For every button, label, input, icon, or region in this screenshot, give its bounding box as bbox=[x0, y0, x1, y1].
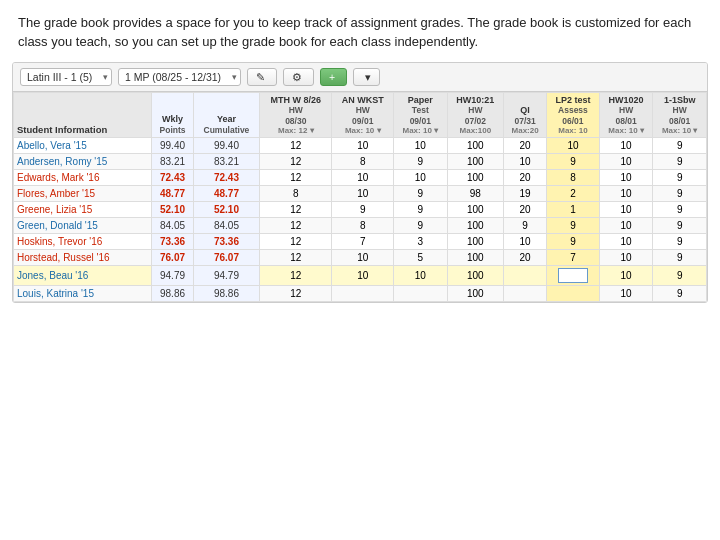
student-name-link[interactable]: Greene, Lizia '15 bbox=[17, 204, 92, 215]
table-row: Hoskins, Trevor '1673.3673.3612731001091… bbox=[14, 234, 707, 250]
cell-s1sbw: 9 bbox=[653, 202, 707, 218]
cell-anwkst: 10 bbox=[332, 170, 394, 186]
student-name-cell: Hoskins, Trevor '16 bbox=[14, 234, 152, 250]
description-text: The grade book provides a space for you … bbox=[0, 0, 720, 62]
cell-hw1020: 10 bbox=[599, 234, 653, 250]
weekly-grade: 98.86 bbox=[152, 286, 193, 302]
class-select[interactable]: Latin III - 1 (5) bbox=[20, 68, 112, 86]
cell-paper: 9 bbox=[394, 202, 448, 218]
student-name-cell: Edwards, Mark '16 bbox=[14, 170, 152, 186]
student-name-link[interactable]: Flores, Amber '15 bbox=[17, 188, 95, 199]
cell-mthw826: 8 bbox=[260, 186, 332, 202]
cell-qi: 10 bbox=[504, 154, 547, 170]
cell-qi: 20 bbox=[504, 250, 547, 266]
cell-qi bbox=[504, 286, 547, 302]
student-name-link[interactable]: Hoskins, Trevor '16 bbox=[17, 236, 102, 247]
cell-anwkst: 10 bbox=[332, 186, 394, 202]
cell-hw1020: 10 bbox=[599, 202, 653, 218]
table-row: Edwards, Mark '1672.4372.431210101002081… bbox=[14, 170, 707, 186]
student-name-link[interactable]: Andersen, Romy '15 bbox=[17, 156, 107, 167]
cell-mthw826: 12 bbox=[260, 286, 332, 302]
student-name-cell: Horstead, Russel '16 bbox=[14, 250, 152, 266]
cumulative-grade: 48.77 bbox=[193, 186, 259, 202]
gear-icon: ⚙ bbox=[292, 71, 302, 83]
cell-lp2test: 9 bbox=[547, 154, 600, 170]
table-row: Louis, Katrina '1598.8698.8612100109 bbox=[14, 286, 707, 302]
student-name-link[interactable]: Jones, Beau '16 bbox=[17, 270, 88, 281]
cell-hw1021: 100 bbox=[447, 154, 504, 170]
cell-anwkst: 10 bbox=[332, 266, 394, 286]
cell-s1sbw: 9 bbox=[653, 266, 707, 286]
cell-lp2test: 2 bbox=[547, 186, 600, 202]
mp-select[interactable]: 1 MP (08/25 - 12/31) bbox=[118, 68, 241, 86]
cell-s1sbw: 9 bbox=[653, 218, 707, 234]
table-row: Greene, Lizia '1552.1052.101299100201109 bbox=[14, 202, 707, 218]
lp2test-input[interactable] bbox=[558, 268, 588, 283]
student-name-cell: Jones, Beau '16 bbox=[14, 266, 152, 286]
student-name-link[interactable]: Edwards, Mark '16 bbox=[17, 172, 100, 183]
col-anwkst: AN WKST HW 09/01 Max: 10 ▾ bbox=[332, 92, 394, 138]
cell-qi: 9 bbox=[504, 218, 547, 234]
cell-paper: 10 bbox=[394, 170, 448, 186]
cell-lp2test: 9 bbox=[547, 218, 600, 234]
cell-hw1020: 10 bbox=[599, 186, 653, 202]
col-weekly: Wkly Points bbox=[152, 92, 193, 138]
cell-hw1021: 100 bbox=[447, 202, 504, 218]
cell-paper: 9 bbox=[394, 218, 448, 234]
mp-select-wrapper: 1 MP (08/25 - 12/31) bbox=[118, 68, 241, 86]
cumulative-grade: 98.86 bbox=[193, 286, 259, 302]
cell-hw1020: 10 bbox=[599, 286, 653, 302]
cell-lp2test: 1 bbox=[547, 202, 600, 218]
add-assignment-button[interactable]: + bbox=[320, 68, 347, 86]
student-name-link[interactable]: Horstead, Russel '16 bbox=[17, 252, 110, 263]
weekly-grade: 73.36 bbox=[152, 234, 193, 250]
reports-button[interactable]: ▾ bbox=[353, 68, 380, 86]
cell-hw1021: 100 bbox=[447, 286, 504, 302]
col-student-info: Student Information bbox=[14, 92, 152, 138]
cumulative-grade: 94.79 bbox=[193, 266, 259, 286]
gradebook-table: Student Information Wkly Points Year Cum… bbox=[13, 92, 707, 303]
col-qi: QI 07/31 Max:20 bbox=[504, 92, 547, 138]
weekly-grade: 52.10 bbox=[152, 202, 193, 218]
col-s1sbw: 1-1Sbw HW 08/01 Max: 10 ▾ bbox=[653, 92, 707, 138]
cumulative-grade: 73.36 bbox=[193, 234, 259, 250]
student-name-link[interactable]: Green, Donald '15 bbox=[17, 220, 98, 231]
student-name-link[interactable]: Louis, Katrina '15 bbox=[17, 288, 94, 299]
cell-mthw826: 12 bbox=[260, 202, 332, 218]
cell-s1sbw: 9 bbox=[653, 186, 707, 202]
cumulative-grade: 52.10 bbox=[193, 202, 259, 218]
cell-mthw826: 12 bbox=[260, 234, 332, 250]
student-name-cell: Louis, Katrina '15 bbox=[14, 286, 152, 302]
cell-qi: 19 bbox=[504, 186, 547, 202]
cell-s1sbw: 9 bbox=[653, 138, 707, 154]
edit-setup-button[interactable]: ⚙ bbox=[283, 68, 314, 86]
col-cumulative: Year Cumulative bbox=[193, 92, 259, 138]
table-row: Andersen, Romy '1583.2183.21128910010910… bbox=[14, 154, 707, 170]
cell-paper: 9 bbox=[394, 154, 448, 170]
weekly-grade: 48.77 bbox=[152, 186, 193, 202]
cell-paper: 3 bbox=[394, 234, 448, 250]
cell-mthw826: 12 bbox=[260, 170, 332, 186]
cell-paper: 9 bbox=[394, 186, 448, 202]
student-name-link[interactable]: Abello, Vera '15 bbox=[17, 140, 87, 151]
column-header-row: Student Information Wkly Points Year Cum… bbox=[14, 92, 707, 138]
cell-qi: 20 bbox=[504, 202, 547, 218]
cell-qi bbox=[504, 266, 547, 286]
cell-paper: 10 bbox=[394, 266, 448, 286]
cell-mthw826: 12 bbox=[260, 218, 332, 234]
cell-lp2test: 7 bbox=[547, 250, 600, 266]
class-select-wrapper: Latin III - 1 (5) bbox=[20, 68, 112, 86]
cell-hw1021: 100 bbox=[447, 138, 504, 154]
display-options-button[interactable]: ✎ bbox=[247, 68, 277, 86]
weekly-grade: 83.21 bbox=[152, 154, 193, 170]
student-name-cell: Green, Donald '15 bbox=[14, 218, 152, 234]
weekly-grade: 84.05 bbox=[152, 218, 193, 234]
cell-anwkst: 10 bbox=[332, 138, 394, 154]
cell-lp2test: 8 bbox=[547, 170, 600, 186]
cell-lp2test[interactable] bbox=[547, 266, 600, 286]
cell-s1sbw: 9 bbox=[653, 250, 707, 266]
student-name-cell: Andersen, Romy '15 bbox=[14, 154, 152, 170]
cell-hw1020: 10 bbox=[599, 138, 653, 154]
col-mthw826: MTH W 8/26 HW 08/30 Max: 12 ▾ bbox=[260, 92, 332, 138]
cell-hw1020: 10 bbox=[599, 154, 653, 170]
